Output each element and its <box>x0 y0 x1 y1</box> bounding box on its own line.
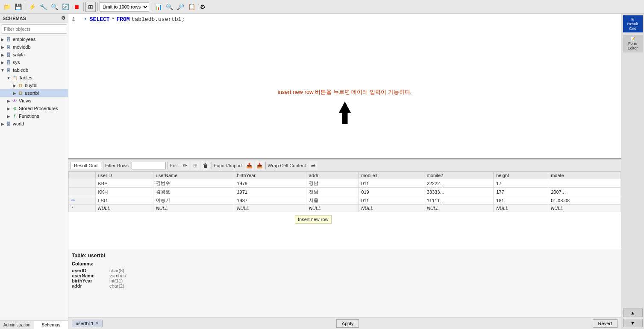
settings-btn[interactable]: ⚙ <box>197 2 208 12</box>
cell-userid[interactable]: LSG <box>95 196 153 205</box>
col-height[interactable]: height <box>494 172 548 179</box>
wrap-btn[interactable]: ⇌ <box>309 161 318 170</box>
cell-username[interactable]: 이승기 <box>153 196 234 205</box>
tab-usertbl[interactable]: usertbl 1 ✕ <box>72 320 103 327</box>
delete-row-btn[interactable]: 🗑 <box>201 161 210 170</box>
cell-mobile2[interactable]: 22222… <box>424 179 493 188</box>
cell-mdate[interactable]: 2007… <box>548 188 621 196</box>
result-grid-btn[interactable]: ⊞ Result Grid <box>623 15 643 32</box>
cell-addr[interactable]: 전남 <box>306 188 358 196</box>
sidebar-settings-icon[interactable]: ⚙ <box>61 15 65 21</box>
cell-height[interactable]: 17 <box>494 179 548 188</box>
cell-mobile2[interactable]: 11111… <box>424 196 493 205</box>
schema-employees[interactable]: ▶ 🗄 employees <box>0 35 68 43</box>
tree-buytbl[interactable]: ▶ 🗒 buytbl <box>0 82 68 89</box>
filter-objects-input[interactable] <box>2 24 66 34</box>
edit-pencil-btn[interactable]: ✏ <box>181 161 189 170</box>
tree-usertbl[interactable]: ▶ 🗒 usertbl <box>0 89 68 97</box>
cell-birthyear[interactable]: 1979 <box>234 179 306 188</box>
results-btn[interactable]: 📋 <box>186 2 197 12</box>
execute-btn[interactable]: ⚡ <box>27 2 37 12</box>
cell-null[interactable]: NULL <box>359 205 424 212</box>
schema-moviedb[interactable]: ▶ 🗄 moviedb <box>0 43 68 51</box>
col-username[interactable]: userName <box>153 172 234 179</box>
tree-tables[interactable]: ▼ 📋 Tables <box>0 74 68 82</box>
col-userid[interactable]: userID <box>95 172 153 179</box>
revert-button[interactable]: Revert <box>593 319 618 328</box>
form-editor-btn[interactable]: 📝 Form Editor <box>623 35 643 52</box>
cell-mobile1[interactable]: 011 <box>359 179 424 188</box>
export-btn[interactable]: 📤 <box>245 161 253 170</box>
scroll-down-btn[interactable]: ▼ <box>623 319 643 327</box>
col-name: addr <box>72 283 106 288</box>
col-mobile1[interactable]: mobile1 <box>359 172 424 179</box>
result-table-header-row: userID userName birthYear addr mobile1 m… <box>69 172 621 179</box>
table-row-null[interactable]: * NULL NULL NULL NULL NULL NULL NULL NUL… <box>69 205 621 212</box>
tree-functions[interactable]: ▶ ƒ Functions <box>0 112 68 120</box>
cell-null[interactable]: NULL <box>95 205 153 212</box>
sql-editor[interactable]: 1 • SELECT * FROM tabledb.usertbl; inser… <box>68 14 621 159</box>
tree-views[interactable]: ▶ 👁 Views <box>0 97 68 105</box>
cell-height[interactable]: 177 <box>494 188 548 196</box>
cell-mobile1[interactable]: 011 <box>359 196 424 205</box>
cell-birthyear[interactable]: 1971 <box>234 188 306 196</box>
cell-userid[interactable]: KKH <box>95 188 153 196</box>
schema-label: moviedb <box>12 44 31 49</box>
tab-result-grid[interactable]: Result Grid <box>70 162 101 169</box>
scroll-up-btn[interactable]: ▲ <box>623 309 643 317</box>
tab-administration[interactable]: Administration <box>0 321 34 329</box>
tree-label: Stored Procedures <box>18 106 58 111</box>
table-row[interactable]: KBS 김범수 1979 경남 011 22222… 17 <box>69 179 621 188</box>
stop-btn[interactable]: ⏹ <box>71 2 82 12</box>
cell-null[interactable]: NULL <box>234 205 306 212</box>
import-btn[interactable]: 📥 <box>255 161 264 170</box>
cell-mobile1[interactable]: 019 <box>359 188 424 196</box>
result-grid-label: Result Grid <box>624 22 642 31</box>
cell-mdate[interactable]: 01-08-08 <box>548 196 621 205</box>
table-row[interactable]: ✏ LSG 이승기 1987 서울 011 11111… 181 01-08-0… <box>69 196 621 205</box>
cell-userid[interactable]: KBS <box>95 179 153 188</box>
insert-row-btn[interactable]: ⊞ <box>191 161 200 170</box>
limit-select[interactable]: Limit to 1000 rows <box>100 2 149 12</box>
cell-username[interactable]: 김범수 <box>153 179 234 188</box>
filter-rows-input[interactable] <box>132 162 166 169</box>
table-row[interactable]: KKH 김경호 1971 전남 019 33333… 177 2007… <box>69 188 621 196</box>
cell-birthyear[interactable]: 1987 <box>234 196 306 205</box>
apply-button[interactable]: Apply <box>336 319 359 328</box>
close-tab-icon[interactable]: ✕ <box>95 321 99 326</box>
cell-null[interactable]: NULL <box>153 205 234 212</box>
schema-sakila[interactable]: ▶ 🗄 sakila <box>0 51 68 58</box>
save-btn[interactable]: 💾 <box>13 2 23 12</box>
sql-star: * <box>112 16 115 23</box>
cell-null[interactable]: NULL <box>424 205 493 212</box>
refresh-btn[interactable]: 🔄 <box>60 2 71 12</box>
cell-height[interactable]: 181 <box>494 196 548 205</box>
chevron-right-icon: ▶ <box>0 122 5 126</box>
col-mdate[interactable]: mdate <box>548 172 621 179</box>
explain-btn[interactable]: 🔧 <box>38 2 48 12</box>
schema-world[interactable]: ▶ 🗄 world <box>0 120 68 128</box>
cell-username[interactable]: 김경호 <box>153 188 234 196</box>
col-birthyear[interactable]: birthYear <box>234 172 306 179</box>
grid-btn[interactable]: ⊞ <box>85 2 96 12</box>
cell-mdate[interactable] <box>548 179 621 188</box>
schema-tabledb[interactable]: ▼ 🗄 tabledb <box>0 66 68 74</box>
schema-sys[interactable]: ▶ 🗄 sys <box>0 58 68 66</box>
cell-addr[interactable]: 서울 <box>306 196 358 205</box>
col-addr[interactable]: addr <box>306 172 358 179</box>
search2-btn[interactable]: 🔎 <box>175 2 185 12</box>
cell-addr[interactable]: 경남 <box>306 179 358 188</box>
tree-stored-procedures[interactable]: ▶ ⚙ Stored Procedures <box>0 105 68 112</box>
cell-null[interactable]: NULL <box>494 205 548 212</box>
database-icon: 🗄 <box>5 59 12 65</box>
cell-mobile2[interactable]: 33333… <box>424 188 493 196</box>
tab-schemas[interactable]: Schemas <box>34 321 68 329</box>
result-table-wrap[interactable]: userID userName birthYear addr mobile1 m… <box>68 172 621 249</box>
filter2-btn[interactable]: 🔍 <box>164 2 174 12</box>
zoom-btn[interactable]: 🔍 <box>49 2 59 12</box>
cell-null[interactable]: NULL <box>306 205 358 212</box>
cell-null[interactable]: NULL <box>548 205 621 212</box>
csv-btn[interactable]: 📊 <box>153 2 163 12</box>
col-mobile2[interactable]: mobile2 <box>424 172 493 179</box>
open-folder-btn[interactable]: 📁 <box>2 2 12 12</box>
